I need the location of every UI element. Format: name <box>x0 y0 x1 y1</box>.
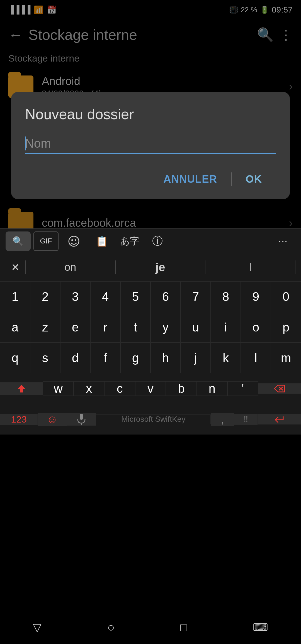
emoji-key[interactable]: ☺ <box>38 413 67 426</box>
shift-key[interactable] <box>0 382 43 395</box>
nav-bar: ▽ ○ □ ⌨ <box>0 611 301 644</box>
backspace-key[interactable] <box>258 383 301 394</box>
key-v[interactable]: v <box>135 381 166 396</box>
key-t[interactable]: t <box>120 312 151 343</box>
keyboard-language-button[interactable]: あ字 <box>117 231 142 251</box>
svg-rect-6 <box>80 414 83 420</box>
number-row: 1 2 3 4 5 6 7 8 9 0 <box>0 281 301 312</box>
key-apostrophe[interactable]: ' <box>227 381 258 396</box>
cancel-button[interactable]: ANNULER <box>149 168 231 191</box>
function-row: 123 ☺ Microsoft SwiftKey , ‼ <box>0 404 301 435</box>
key-f[interactable]: f <box>90 343 120 373</box>
key-y[interactable]: y <box>151 312 181 343</box>
key-m[interactable]: m <box>271 343 301 373</box>
key-b[interactable]: b <box>166 381 196 396</box>
input-container <box>25 134 276 154</box>
key-x[interactable]: x <box>74 381 104 396</box>
nav-home-button[interactable]: ○ <box>107 620 115 634</box>
suggestion-left[interactable]: on <box>26 258 115 276</box>
keyboard-info-button[interactable]: ⓘ <box>145 231 170 251</box>
keyboard-more-button[interactable]: ··· <box>270 231 295 251</box>
key-0[interactable]: 0 <box>271 281 301 312</box>
suggestion-right[interactable]: l <box>205 258 295 276</box>
letter-row-2: q s d f g h j k l m <box>0 343 301 373</box>
key-6[interactable]: 6 <box>151 281 181 312</box>
enter-key[interactable] <box>258 414 301 425</box>
key-8[interactable]: 8 <box>211 281 241 312</box>
key-3[interactable]: 3 <box>60 281 90 312</box>
folder-name-input[interactable] <box>25 134 276 154</box>
dialog-buttons: ANNULER OK <box>25 168 276 191</box>
key-r[interactable]: r <box>90 312 120 343</box>
letter-row-1: a z e r t y u i o p <box>0 312 301 343</box>
keyboard: ✕ on je l 1 2 3 4 5 6 7 8 9 0 a z e r t … <box>0 253 301 435</box>
keyboard-gif-button[interactable]: GIF <box>33 231 59 251</box>
key-a[interactable]: a <box>0 312 30 343</box>
svg-point-2 <box>71 239 73 241</box>
key-w[interactable]: w <box>43 381 74 396</box>
key-7[interactable]: 7 <box>181 281 211 312</box>
text-cursor <box>25 136 26 150</box>
key-d[interactable]: d <box>60 343 90 373</box>
key-o[interactable]: o <box>241 312 271 343</box>
key-l[interactable]: l <box>241 343 271 373</box>
key-p[interactable]: p <box>271 312 301 343</box>
svg-rect-0 <box>68 235 80 247</box>
key-e[interactable]: e <box>60 312 90 343</box>
key-n[interactable]: n <box>197 381 227 396</box>
key-c[interactable]: c <box>104 381 135 396</box>
suggestions-row: ✕ on je l <box>0 253 301 281</box>
key-s[interactable]: s <box>30 343 60 373</box>
nav-recents-button[interactable]: □ <box>180 621 187 634</box>
keyboard-search-button[interactable]: 🔍 <box>6 231 31 251</box>
suggestion-center[interactable]: je <box>116 258 205 277</box>
key-g[interactable]: g <box>120 343 151 373</box>
mic-key[interactable] <box>67 413 96 426</box>
key-i[interactable]: i <box>211 312 241 343</box>
dismiss-suggestion[interactable]: ✕ <box>6 259 25 276</box>
key-2[interactable]: 2 <box>30 281 60 312</box>
nav-keyboard-button[interactable]: ⌨ <box>253 621 268 633</box>
keyboard-sticker-button[interactable] <box>61 231 86 251</box>
space-key[interactable]: Microsoft SwiftKey <box>96 414 211 424</box>
keyboard-clipboard-button[interactable]: 📋 <box>89 231 114 251</box>
key-k[interactable]: k <box>211 343 241 373</box>
key-h[interactable]: h <box>151 343 181 373</box>
key-1[interactable]: 1 <box>0 281 30 312</box>
keyboard-toolbar: 🔍 GIF 📋 あ字 ⓘ ··· <box>0 228 301 253</box>
key-9[interactable]: 9 <box>241 281 271 312</box>
key-u[interactable]: u <box>181 312 211 343</box>
comma-key[interactable]: , <box>211 413 234 426</box>
key-5[interactable]: 5 <box>120 281 151 312</box>
key-4[interactable]: 4 <box>90 281 120 312</box>
new-folder-dialog: Nouveau dossier ANNULER OK <box>11 92 290 199</box>
ok-button[interactable]: OK <box>232 168 276 191</box>
numbers-key[interactable]: 123 <box>0 414 38 425</box>
key-q[interactable]: q <box>0 343 30 373</box>
nav-back-button[interactable]: ▽ <box>33 621 42 634</box>
dialog-title: Nouveau dossier <box>25 106 276 123</box>
svg-point-3 <box>75 239 76 241</box>
key-j[interactable]: j <box>181 343 211 373</box>
letter-row-3: w x c v b n ' <box>0 373 301 404</box>
period-key[interactable]: ‼ <box>234 414 258 425</box>
key-z[interactable]: z <box>30 312 60 343</box>
divider-4 <box>295 260 295 274</box>
swiftkey-label: Microsoft SwiftKey <box>121 415 185 424</box>
